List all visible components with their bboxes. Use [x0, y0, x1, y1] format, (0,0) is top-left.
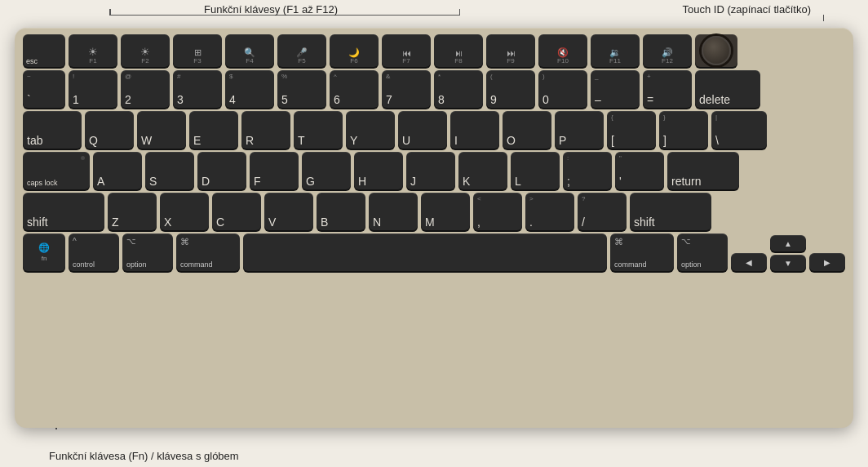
key-3[interactable]: # 3 [173, 70, 222, 108]
key-comma[interactable]: < , [473, 193, 522, 230]
key-p[interactable]: P [555, 111, 604, 149]
key-r[interactable]: R [241, 111, 290, 149]
key-2[interactable]: @ 2 [121, 70, 170, 108]
key-6[interactable]: ^ 6 [330, 70, 379, 108]
key-1[interactable]: ! 1 [69, 70, 117, 108]
key-g[interactable]: G [302, 152, 351, 189]
arrow-top: ◀ ▲ ▼ ▶ [731, 234, 845, 271]
key-f1[interactable]: ☀ F1 [69, 34, 117, 67]
key-j[interactable]: J [406, 152, 455, 189]
key-f7[interactable]: ⏮ F7 [382, 34, 431, 67]
key-u[interactable]: U [398, 111, 447, 149]
arrow-up-icon: ▲ [784, 239, 792, 248]
key-f[interactable]: F [250, 152, 299, 189]
key-9[interactable]: ( 9 [486, 70, 535, 108]
key-n[interactable]: N [369, 193, 418, 230]
key-v[interactable]: V [264, 193, 313, 230]
key-return[interactable]: return [667, 152, 739, 189]
key-arrow-left[interactable]: ◀ [731, 253, 767, 271]
key-option-left[interactable]: ⌥ option [122, 234, 173, 271]
esc-label: esc [26, 58, 38, 65]
f7-label: F7 [402, 58, 410, 64]
key-f9[interactable]: ⏭ F9 [486, 34, 535, 67]
key-backtick[interactable]: ~ ` [23, 70, 65, 108]
f3-label: F3 [193, 58, 201, 64]
key-option-right[interactable]: ⌥ option [677, 234, 728, 271]
key-shift-right[interactable]: shift [630, 193, 711, 230]
key-caps-lock[interactable]: caps lock [23, 152, 90, 189]
arrow-right-icon: ▶ [824, 258, 830, 267]
key-e[interactable]: E [189, 111, 238, 149]
key-period[interactable]: > . [525, 193, 574, 230]
key-m[interactable]: M [421, 193, 470, 230]
key-rbracket[interactable]: } ] [659, 111, 708, 149]
f4-label: F4 [246, 58, 253, 64]
key-h[interactable]: H [354, 152, 403, 189]
key-0[interactable]: ) 0 [538, 70, 587, 108]
key-f3[interactable]: ⊞ F3 [173, 34, 222, 67]
key-equals[interactable]: + = [643, 70, 692, 108]
arrow-cluster: ◀ ▲ ▼ ▶ [731, 234, 845, 271]
keyboard: esc ☀ F1 ☀ F2 ⊞ F3 🔍 F4 🎤 F5 [15, 28, 853, 428]
option-left-label: option [126, 260, 147, 269]
key-l[interactable]: L [511, 152, 560, 189]
key-w[interactable]: W [137, 111, 186, 149]
key-d[interactable]: D [197, 152, 246, 189]
ctrl-symbol: ^ [73, 237, 77, 246]
command-left-label: command [180, 260, 213, 269]
key-esc[interactable]: esc [23, 34, 65, 67]
key-4[interactable]: $ 4 [225, 70, 274, 108]
touchid-sensor [702, 36, 731, 65]
opt-l-symbol: ⌥ [126, 237, 136, 246]
key-t[interactable]: T [294, 111, 343, 149]
key-y[interactable]: Y [346, 111, 395, 149]
key-command-right[interactable]: ⌘ command [610, 234, 674, 271]
arrow-left-icon: ◀ [746, 258, 752, 267]
key-arrow-right[interactable]: ▶ [809, 253, 845, 271]
key-semicolon[interactable]: : ; [563, 152, 612, 189]
key-space[interactable] [243, 234, 607, 271]
key-o[interactable]: O [503, 111, 551, 149]
key-f6[interactable]: 🌙 F6 [330, 34, 379, 67]
key-arrow-up[interactable]: ▲ [770, 235, 806, 251]
key-touchid[interactable] [695, 34, 737, 67]
key-delete[interactable]: delete [695, 70, 760, 108]
key-f2[interactable]: ☀ F2 [121, 34, 170, 67]
key-f8[interactable]: ⏯ F8 [434, 34, 483, 67]
key-lbracket[interactable]: { [ [607, 111, 656, 149]
key-s[interactable]: S [145, 152, 194, 189]
command-right-label: command [614, 260, 647, 269]
key-minus[interactable]: _ – [591, 70, 640, 108]
key-f10[interactable]: 🔇 F10 [538, 34, 587, 67]
key-f4[interactable]: 🔍 F4 [225, 34, 274, 67]
key-shift-left[interactable]: shift [23, 193, 104, 230]
fn-keys-label: Funkční klávesy (F1 až F12) [204, 3, 338, 16]
key-fn[interactable]: 🌐 fn [23, 234, 65, 271]
key-arrow-down[interactable]: ▼ [770, 255, 806, 271]
key-i[interactable]: I [450, 111, 499, 149]
key-control[interactable]: ^ control [69, 234, 119, 271]
key-f5[interactable]: 🎤 F5 [277, 34, 326, 67]
key-8[interactable]: * 8 [434, 70, 483, 108]
key-q[interactable]: Q [85, 111, 134, 149]
key-f12[interactable]: 🔊 F12 [643, 34, 692, 67]
key-5[interactable]: % 5 [277, 70, 326, 108]
key-z[interactable]: Z [108, 193, 157, 230]
key-backslash[interactable]: | \ [711, 111, 767, 149]
f1-label: F1 [89, 58, 96, 64]
key-7[interactable]: & 7 [382, 70, 431, 108]
key-tab[interactable]: tab [23, 111, 82, 149]
key-f11[interactable]: 🔉 F11 [591, 34, 640, 67]
key-c[interactable]: C [212, 193, 261, 230]
f5-label: F5 [298, 58, 305, 64]
caps-indicator [81, 156, 85, 160]
key-slash[interactable]: ? / [578, 193, 627, 230]
key-x[interactable]: X [160, 193, 209, 230]
key-k[interactable]: K [458, 152, 507, 189]
key-command-left[interactable]: ⌘ command [176, 234, 240, 271]
touchid-label: Touch ID (zapínací tlačítko) [682, 3, 811, 16]
key-quote[interactable]: " ' [615, 152, 664, 189]
f8-label: F8 [454, 58, 462, 64]
key-a[interactable]: A [93, 152, 142, 189]
key-b[interactable]: B [317, 193, 365, 230]
